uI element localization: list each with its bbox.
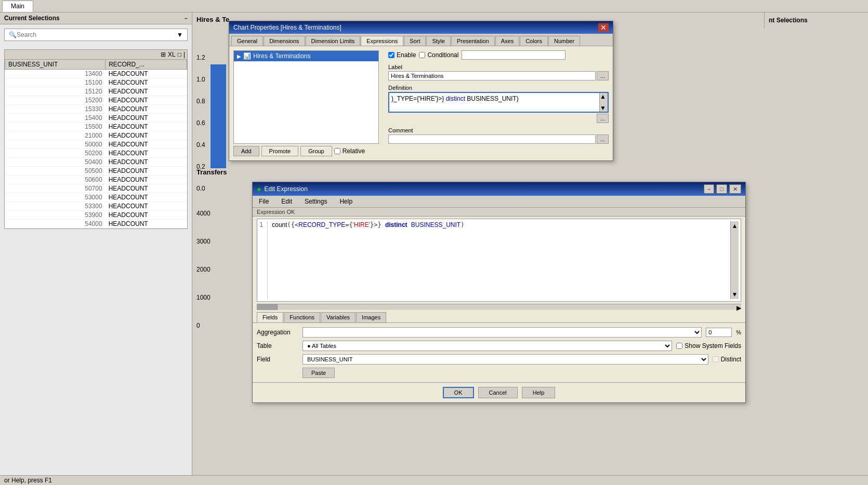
- cell-business-unit: 15100: [5, 78, 106, 87]
- minimize-window-btn[interactable]: −: [704, 184, 714, 194]
- cell-record: HEADCOUNT: [106, 149, 187, 158]
- aggregation-select[interactable]: [303, 327, 702, 338]
- label-field-label: Label: [388, 64, 609, 70]
- field-select[interactable]: BUSINESS_UNIT: [303, 354, 708, 365]
- y-label: 1.2: [196, 54, 205, 61]
- aggregation-number[interactable]: [706, 328, 732, 337]
- enable-checkbox-label: Enable: [388, 51, 416, 59]
- def-scroll[interactable]: ▲ ▼: [599, 93, 608, 112]
- window-icon[interactable]: □: [178, 51, 181, 58]
- chart-props-title: Chart Properties [Hires & Terminations]: [233, 24, 341, 31]
- right-panel-title: nt Selections: [769, 17, 808, 24]
- group-btn[interactable]: Group: [300, 146, 332, 156]
- tab-colors[interactable]: Colors: [520, 36, 548, 46]
- y2-label: 0: [196, 322, 211, 329]
- tab-general[interactable]: General: [231, 36, 263, 46]
- table-row: 15330HEADCOUNT: [5, 105, 187, 114]
- h-scroll-thumb[interactable]: [257, 304, 278, 310]
- maximize-window-btn[interactable]: □: [716, 184, 727, 194]
- show-system-fields-checkbox[interactable]: [676, 343, 682, 349]
- menu-edit[interactable]: Edit: [279, 197, 294, 206]
- aggregation-label: Aggregation: [257, 329, 298, 336]
- label-btn[interactable]: ...: [597, 71, 609, 80]
- code-editor[interactable]: count({<RECORD_TYPE={'HIRE'}>} distinct …: [272, 221, 730, 299]
- table-select[interactable]: ● All Tables: [303, 341, 672, 351]
- cell-business-unit: 15120: [5, 87, 106, 96]
- conditional-checkbox[interactable]: [419, 52, 425, 58]
- cell-record: HEADCOUNT: [106, 87, 187, 96]
- table-row: 53000HEADCOUNT: [5, 193, 187, 202]
- data-table-container: ⊞ XL □ | BUSINESS_UNIT RECORD_... 13400H…: [4, 49, 188, 229]
- tab-functions[interactable]: Functions: [284, 312, 320, 322]
- tab-sort[interactable]: Sort: [404, 36, 426, 46]
- resize-handle[interactable]: |: [183, 51, 185, 58]
- chart-props-close-btn[interactable]: ✕: [598, 23, 609, 32]
- label-input[interactable]: [388, 71, 596, 80]
- comment-btn[interactable]: ...: [597, 134, 609, 144]
- table-icon[interactable]: ⊞: [161, 51, 166, 58]
- tab-presentation[interactable]: Presentation: [451, 36, 495, 46]
- tab-expressions[interactable]: Expressions: [361, 36, 403, 46]
- cell-business-unit: 15500: [5, 123, 106, 131]
- table-row: 15200HEADCOUNT: [5, 96, 187, 105]
- ok-cancel-row: OK Cancel Help: [253, 382, 745, 402]
- cell-record: HEADCOUNT: [106, 123, 187, 131]
- add-btn[interactable]: Add: [233, 146, 259, 156]
- y2-label: 4000: [196, 210, 211, 217]
- titlebar-left: ● Edit Expression: [257, 185, 308, 193]
- search-container: 🔍 ▼: [0, 24, 192, 45]
- comment-input[interactable]: [388, 134, 596, 144]
- table-row: Table ● All Tables Show System Fields: [257, 341, 741, 351]
- y2-label: 3000: [196, 238, 211, 245]
- promote-btn[interactable]: Promote: [261, 146, 299, 156]
- definition-field-label: Definition: [388, 85, 609, 91]
- search-input[interactable]: [17, 31, 177, 38]
- table-toolbar: ⊞ XL □ |: [5, 50, 187, 59]
- tab-variables[interactable]: Variables: [321, 312, 356, 322]
- table-row: 50400HEADCOUNT: [5, 158, 187, 167]
- statusbar-bottom: or Help, press F1: [0, 475, 868, 485]
- cell-record: HEADCOUNT: [106, 131, 187, 140]
- cell-business-unit: 15330: [5, 105, 106, 114]
- code-area-wrapper[interactable]: 1 count({<RECORD_TYPE={'HIRE'}>} distinc…: [257, 219, 741, 302]
- enable-row: Enable Conditional: [388, 50, 609, 60]
- table-row: 21000HEADCOUNT: [5, 131, 187, 140]
- close-window-btn[interactable]: ✕: [729, 184, 741, 194]
- data-table: BUSINESS_UNIT RECORD_... 13400HEADCOUNT1…: [5, 59, 187, 228]
- menu-file[interactable]: File: [257, 197, 271, 206]
- relative-checkbox[interactable]: [334, 148, 340, 154]
- tab-images[interactable]: Images: [356, 312, 386, 322]
- xl-icon[interactable]: XL: [168, 51, 176, 58]
- menu-help[interactable]: Help: [337, 197, 354, 206]
- tab-axes[interactable]: Axes: [495, 36, 519, 46]
- tab-dimension-limits[interactable]: Dimension Limits: [306, 36, 361, 46]
- search-dropdown-icon[interactable]: ▼: [177, 31, 183, 38]
- paste-row: Paste: [257, 368, 741, 378]
- tab-fields[interactable]: Fields: [257, 312, 283, 322]
- conditional-input[interactable]: [462, 50, 565, 60]
- ok-btn[interactable]: OK: [443, 387, 474, 398]
- tab-style[interactable]: Style: [426, 36, 450, 46]
- tab-bar: Main: [0, 0, 868, 12]
- y-label: 1.0: [196, 76, 205, 83]
- expr-item-hires[interactable]: ▶ 📊 Hires & Terminations: [234, 51, 378, 61]
- chart-bar: [211, 64, 226, 168]
- cancel-btn[interactable]: Cancel: [478, 387, 518, 398]
- horizontal-scrollbar[interactable]: ▶: [257, 304, 741, 310]
- tab-dimensions[interactable]: Dimensions: [264, 36, 305, 46]
- h-scroll-right[interactable]: ▶: [737, 304, 741, 312]
- vertical-scrollbar[interactable]: ▲ ▼: [730, 221, 739, 299]
- help-btn[interactable]: Help: [522, 387, 556, 398]
- tab-number[interactable]: Number: [548, 36, 580, 46]
- menu-settings[interactable]: Settings: [303, 197, 329, 206]
- table-label: Table: [257, 342, 298, 349]
- expr-buttons: Add Promote Group Relative: [233, 146, 384, 156]
- statusbar-text: or Help, press F1: [4, 477, 52, 484]
- enable-checkbox[interactable]: [388, 52, 394, 58]
- distinct-checkbox[interactable]: [713, 356, 719, 362]
- minimize-btn[interactable]: −: [185, 16, 188, 21]
- titlebar-controls: − □ ✕: [704, 184, 741, 194]
- paste-btn[interactable]: Paste: [303, 368, 335, 378]
- main-tab[interactable]: Main: [2, 1, 33, 12]
- definition-btn[interactable]: ...: [597, 114, 609, 123]
